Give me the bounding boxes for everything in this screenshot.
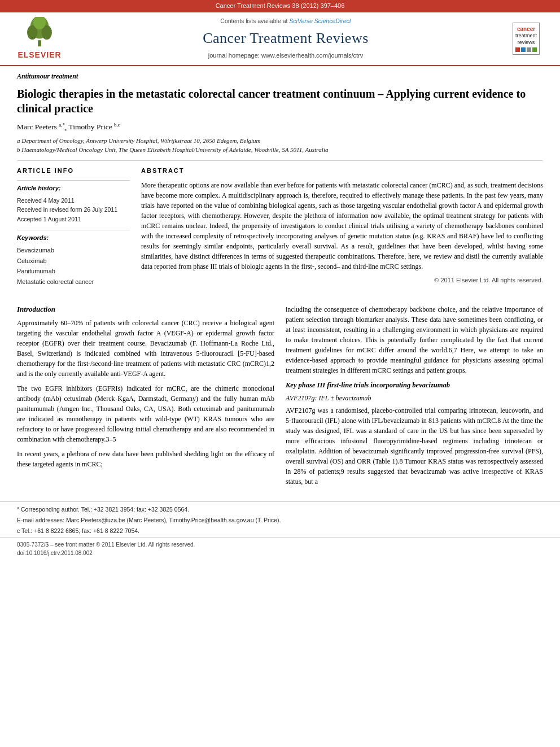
journal-header: ELSEVIER Contents lists available at Sci… xyxy=(0,12,560,66)
intro-para2: The two EGFR inhibitors (EGFRIs) indicat… xyxy=(17,383,274,444)
header-divider xyxy=(17,160,543,161)
intro-para3: In recent years, a plethora of new data … xyxy=(17,449,274,469)
section2-heading: Key phase III first-line trials incorpor… xyxy=(286,380,543,390)
doi-line: doi:10.1016/j.ctrv.2011.08.002 xyxy=(17,549,543,557)
abstract-column: ABSTRACT More therapeutic options are no… xyxy=(141,167,543,287)
elsevier-logo: ELSEVIER xyxy=(11,17,68,60)
footnote-c: c Tel.: +61 8 8222 6865; fax: +61 8 8222… xyxy=(17,527,543,536)
bottom-bar: 0305-7372/$ – see front matter © 2011 El… xyxy=(0,537,560,560)
keywords-list: Bevacizumab Cetuximab Panitumumab Metast… xyxy=(17,245,130,287)
journal-citation-text: Cancer Treatment Reviews 38 (2012) 397–4… xyxy=(216,2,345,9)
intro-para1: Approximately 60–70% of patients with co… xyxy=(17,318,274,379)
journal-title: Cancer Treatment Reviews xyxy=(68,28,504,49)
accepted-date: Accepted 1 August 2011 xyxy=(17,215,130,224)
journal-citation-bar: Cancer Treatment Reviews 38 (2012) 397–4… xyxy=(0,0,560,12)
copyright-line: © 2011 Elsevier Ltd. All rights reserved… xyxy=(141,276,543,285)
elsevier-tree-icon xyxy=(23,17,56,48)
article-type: Antitumour treatment xyxy=(17,72,543,81)
main-right-column: including the consequence of chemotherap… xyxy=(286,304,543,492)
logo-line2: treatment xyxy=(515,33,537,40)
author-marc: Marc Peeters a,* xyxy=(17,123,65,131)
subsection1-text: AVF2107g was a randomised, placebo-contr… xyxy=(286,405,543,487)
page: Cancer Treatment Reviews 38 (2012) 397–4… xyxy=(0,0,560,747)
issn-line: 0305-7372/$ – see front matter © 2011 El… xyxy=(17,540,543,549)
journal-logo-box: cancer treatment reviews xyxy=(513,23,540,55)
abstract-text: More therapeutic options are now availab… xyxy=(141,180,543,272)
footnote-email: E-mail addresses: Marc.Peeters@uza.be (M… xyxy=(17,516,543,525)
article-main-title: Biologic therapies in the metastatic col… xyxy=(17,86,543,116)
article-info-abstract-section: ARTICLE INFO Article history: Received 4… xyxy=(17,167,543,287)
article-dates: Received 4 May 2011 Received in revised … xyxy=(17,196,130,224)
footnote-corresponding: * Corresponding author. Tel.: +32 3821 3… xyxy=(17,505,543,514)
footnote-section: * Corresponding author. Tel.: +32 3821 3… xyxy=(0,501,560,535)
revised-date: Received in revised form 26 July 2011 xyxy=(17,205,130,215)
affiliation-a: a Department of Oncology, Antwerp Univer… xyxy=(17,136,543,146)
elsevier-brand-text: ELSEVIER xyxy=(18,49,61,60)
article-body-header: Antitumour treatment Biologic therapies … xyxy=(0,66,560,298)
svg-rect-0 xyxy=(38,40,41,46)
received-date: Received 4 May 2011 xyxy=(17,196,130,206)
author-timothy: Timothy Price b,c xyxy=(68,123,120,131)
abstract-heading: ABSTRACT xyxy=(141,167,543,176)
info-divider-mid xyxy=(17,230,130,230)
article-info-column: ARTICLE INFO Article history: Received 4… xyxy=(17,167,130,287)
sciverse-prefix: Contents lists available at xyxy=(220,18,287,24)
keyword-4: Metastatic colorectal cancer xyxy=(17,277,130,287)
keyword-1: Bevacizumab xyxy=(17,245,130,256)
article-info-heading: ARTICLE INFO xyxy=(17,167,130,176)
keywords-label: Keywords: xyxy=(17,234,130,243)
journal-logo-right: cancer treatment reviews xyxy=(504,23,549,55)
keyword-2: Cetuximab xyxy=(17,256,130,267)
main-left-column: Introduction Approximately 60–70% of pat… xyxy=(17,304,274,492)
main-content: Introduction Approximately 60–70% of pat… xyxy=(0,299,560,497)
journal-homepage: journal homepage: www.elsevierhealth.com… xyxy=(68,51,504,60)
logo-red-text: cancer xyxy=(515,25,537,33)
history-label: Article history: xyxy=(17,184,130,193)
info-divider-top xyxy=(17,180,130,181)
right-para1: including the consequence of chemotherap… xyxy=(286,304,543,375)
affiliation-b: b Haematology/Medical Oncology Unit, The… xyxy=(17,145,543,155)
intro-heading: Introduction xyxy=(17,304,274,315)
sciverse-line: Contents lists available at SciVerse Sci… xyxy=(68,17,504,25)
journal-center: Contents lists available at SciVerse Sci… xyxy=(68,17,504,60)
keyword-3: Panitumumab xyxy=(17,266,130,277)
authors-line: Marc Peeters a,*, Timothy Price b,c xyxy=(17,121,543,133)
sciverse-link[interactable]: SciVerse ScienceDirect xyxy=(289,18,351,24)
logo-line3: reviews xyxy=(515,40,537,46)
affiliations: a Department of Oncology, Antwerp Univer… xyxy=(17,136,543,155)
subsection1-title: AVF2107g: IFL ± bevacizumab xyxy=(286,394,543,403)
